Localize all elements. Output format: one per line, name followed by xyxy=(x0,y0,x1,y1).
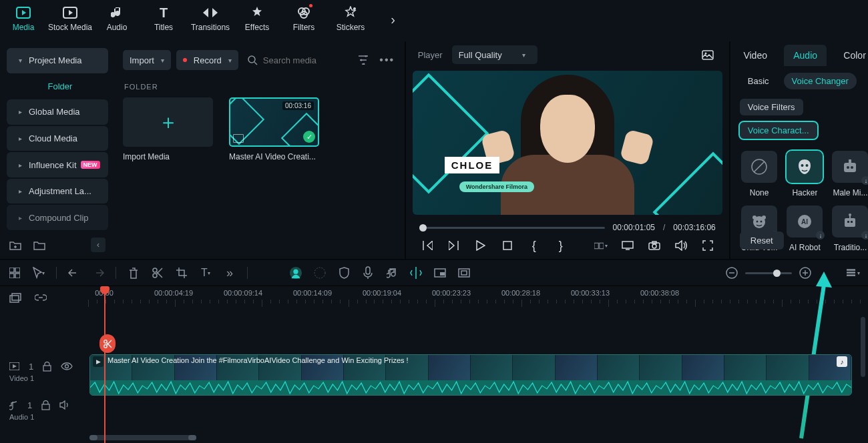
crop-icon[interactable] xyxy=(175,266,188,280)
sidebar-influence-kit[interactable]: ▸ Influence Kit NEW xyxy=(7,152,108,177)
nav-label: Effects xyxy=(245,23,269,32)
timeline-clip[interactable]: ▶ Master AI Video Creation Join the #Fil… xyxy=(89,354,852,396)
visibility-icon[interactable] xyxy=(61,362,73,370)
text-icon[interactable]: T▾ xyxy=(199,266,212,280)
voice-none[interactable]: None xyxy=(741,151,778,197)
vertical-scrollbar[interactable] xyxy=(861,317,865,377)
mute-icon[interactable] xyxy=(59,400,70,410)
sidebar-cloud-media[interactable]: ▸ Cloud Media xyxy=(7,126,108,151)
sidebar-adjustment-layer[interactable]: ▸ Adjustment La... xyxy=(7,179,108,204)
sidebar-folder[interactable]: Folder xyxy=(7,75,108,99)
mic-icon[interactable] xyxy=(361,266,375,280)
record-dot-icon xyxy=(183,58,187,62)
marker-icon[interactable] xyxy=(409,266,423,280)
mark-out-icon[interactable]: } xyxy=(554,239,568,252)
zoom-in-icon[interactable] xyxy=(799,266,812,280)
delete-icon[interactable] xyxy=(127,266,140,280)
horizontal-scrollbar[interactable] xyxy=(89,435,196,440)
aspect-icon[interactable] xyxy=(457,266,471,280)
collapse-sidebar-icon[interactable]: ‹ xyxy=(91,238,105,252)
overlay-track-icon[interactable] xyxy=(9,293,21,303)
voice-male[interactable]: ↓ Male Mi... xyxy=(832,151,868,197)
voice-traditional[interactable]: ↓ Traditio... xyxy=(832,205,868,252)
display-options-icon[interactable]: ▾ xyxy=(594,239,608,252)
track-view-icon[interactable]: ▾ xyxy=(847,266,860,280)
reset-button[interactable]: Reset xyxy=(740,232,784,250)
ai-avatar-icon[interactable] xyxy=(289,266,302,280)
more-icon[interactable]: ••• xyxy=(378,51,397,69)
prev-frame-icon[interactable] xyxy=(421,239,434,252)
more-tools-icon[interactable]: » xyxy=(223,266,236,280)
quality-dropdown[interactable]: Full Quality ▾ xyxy=(452,45,537,64)
zoom-out-icon[interactable] xyxy=(725,266,738,280)
voice-filters-chip[interactable]: Voice Filters xyxy=(740,99,803,115)
volume-icon[interactable] xyxy=(674,239,688,252)
voice-hacker[interactable]: Hacker xyxy=(787,151,823,197)
svg-point-33 xyxy=(801,164,804,167)
split-icon[interactable] xyxy=(151,266,164,280)
playhead[interactable] xyxy=(104,286,105,443)
layout-icon[interactable] xyxy=(8,266,21,280)
sparkle-icon[interactable] xyxy=(313,266,327,280)
camera-icon[interactable] xyxy=(648,239,661,252)
time-ruler[interactable]: 00:00 00:00:04:19 00:00:09:14 00:00:14:0… xyxy=(88,286,868,309)
undo-icon[interactable] xyxy=(67,266,81,280)
nav-transitions[interactable]: Transitions xyxy=(187,4,234,32)
audio-track-icon xyxy=(9,400,18,410)
lock-icon[interactable] xyxy=(41,400,50,410)
pip-icon[interactable] xyxy=(433,266,447,280)
subtab-basic[interactable]: Basic xyxy=(740,73,777,89)
tab-color[interactable]: Color xyxy=(834,45,868,66)
clip-play-icon: ▶ xyxy=(93,356,103,367)
search-input[interactable] xyxy=(263,55,343,65)
lock-icon[interactable] xyxy=(43,362,51,372)
svg-rect-54 xyxy=(15,268,20,272)
nav-effects[interactable]: Effects xyxy=(234,4,280,32)
timecode: 00:00:19:04 xyxy=(363,289,401,297)
folder-icon[interactable] xyxy=(33,240,45,250)
filter-icon[interactable] xyxy=(354,51,373,69)
redo-icon[interactable] xyxy=(91,266,105,280)
music-icon[interactable] xyxy=(385,266,399,280)
media-caption: Master AI Video Creati... xyxy=(229,152,319,161)
voice-label: None xyxy=(750,188,769,197)
nav-label: Transitions xyxy=(191,23,230,32)
zoom-slider[interactable] xyxy=(745,272,792,274)
nav-stickers[interactable]: Stickers xyxy=(327,4,374,32)
nav-stock-media[interactable]: Stock Media xyxy=(47,4,93,32)
snapshot-icon[interactable] xyxy=(698,45,717,64)
shield-icon[interactable] xyxy=(337,266,351,280)
link-icon[interactable] xyxy=(35,294,47,301)
chevron-right-icon: ▸ xyxy=(19,108,22,115)
nav-audio[interactable]: Audio xyxy=(93,4,140,32)
fullscreen-icon[interactable] xyxy=(701,239,714,252)
stop-icon[interactable] xyxy=(501,239,514,252)
screen-icon[interactable] xyxy=(621,239,634,252)
new-folder-icon[interactable] xyxy=(9,240,21,250)
mark-in-icon[interactable]: { xyxy=(527,239,541,252)
sidebar-project-media[interactable]: ▾ Project Media xyxy=(7,48,108,73)
voice-ai-robot[interactable]: AI↓ AI Robot xyxy=(787,205,823,252)
chevron-right-icon: ▸ xyxy=(19,161,22,169)
player-viewport[interactable]: CHLOE Wondershare Filmora xyxy=(413,71,722,215)
sidebar-global-media[interactable]: ▸ Global Media xyxy=(7,99,108,125)
nav-filters[interactable]: Filters xyxy=(280,4,327,32)
nav-titles[interactable]: T Titles xyxy=(140,4,187,32)
tab-audio[interactable]: Audio xyxy=(784,45,827,66)
nav-media[interactable]: Media xyxy=(0,4,47,32)
import-media-card[interactable]: ＋ xyxy=(123,97,213,147)
media-clip[interactable]: 00:03:16 ✓ xyxy=(229,97,319,147)
voice-characters-chip[interactable]: Voice Charact... xyxy=(740,122,817,139)
record-dropdown[interactable]: Record ▾ xyxy=(176,50,238,70)
split-marker[interactable] xyxy=(99,334,116,353)
cursor-icon[interactable]: ▾ xyxy=(32,266,45,280)
svg-rect-46 xyxy=(845,218,855,227)
next-frame-icon[interactable] xyxy=(447,239,461,252)
subtab-voice-changer[interactable]: Voice Changer xyxy=(784,73,857,89)
play-icon[interactable] xyxy=(474,239,487,252)
sidebar-compound-clip[interactable]: ▸ Compound Clip xyxy=(7,205,108,230)
tab-video[interactable]: Video xyxy=(734,45,777,66)
nav-more-icon[interactable]: › xyxy=(391,12,395,27)
seek-bar[interactable] xyxy=(419,227,605,229)
import-dropdown[interactable]: Import ▾ xyxy=(123,50,171,70)
